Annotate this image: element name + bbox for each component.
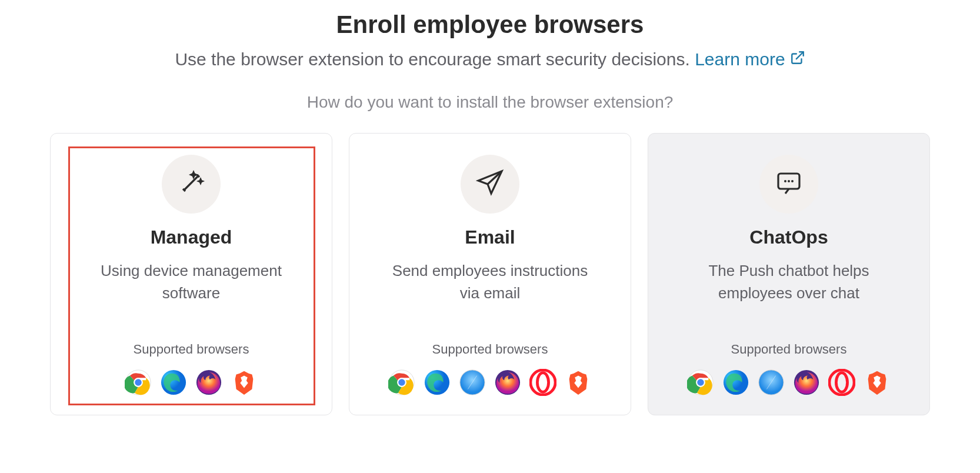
edge-icon <box>160 369 187 396</box>
card-description: Send employees instructions via email <box>384 260 596 304</box>
learn-more-link[interactable]: Learn more <box>695 49 805 69</box>
install-question: How do you want to install the browser e… <box>0 93 980 112</box>
opera-icon <box>828 369 855 396</box>
magic-wand-icon <box>177 169 205 199</box>
safari-icon <box>459 369 486 396</box>
firefox-icon <box>793 369 820 396</box>
brave-icon <box>231 369 258 396</box>
svg-point-16 <box>791 180 794 182</box>
install-options: Managed Using device management software… <box>0 133 980 415</box>
card-description: Using device management software <box>85 260 297 304</box>
browser-icons-row <box>687 369 891 396</box>
chat-bubble-icon <box>775 169 803 199</box>
card-icon-circle <box>759 155 818 214</box>
page-subtitle: Use the browser extension to encourage s… <box>175 49 689 69</box>
brave-icon <box>864 369 891 396</box>
svg-point-24 <box>836 373 847 392</box>
card-title: Managed <box>151 226 232 248</box>
card-icon-circle <box>162 155 221 214</box>
svg-point-14 <box>784 180 786 182</box>
svg-point-12 <box>537 373 548 392</box>
option-card-email[interactable]: Email Send employees instructions via em… <box>349 133 631 415</box>
paper-plane-icon <box>476 169 504 199</box>
page-title: Enroll employee browsers <box>0 11 980 39</box>
supported-browsers-label: Supported browsers <box>134 342 249 357</box>
supported-browsers-label: Supported browsers <box>731 342 847 357</box>
firefox-icon <box>195 369 222 396</box>
brave-icon <box>565 369 592 396</box>
option-card-managed[interactable]: Managed Using device management software… <box>50 133 332 415</box>
card-title: ChatOps <box>749 226 828 248</box>
edge-icon <box>722 369 749 396</box>
browser-icons-row <box>125 369 258 396</box>
safari-icon <box>758 369 785 396</box>
opera-icon <box>529 369 556 396</box>
external-link-icon <box>790 49 805 69</box>
page-subtitle-row: Use the browser extension to encourage s… <box>0 49 980 69</box>
chrome-icon <box>388 369 415 396</box>
card-icon-circle <box>461 155 519 214</box>
option-card-chatops[interactable]: ChatOps The Push chatbot helps employees… <box>648 133 930 415</box>
supported-browsers-label: Supported browsers <box>432 342 548 357</box>
svg-point-15 <box>788 180 790 182</box>
chrome-icon <box>687 369 714 396</box>
card-description: The Push chatbot helps employees over ch… <box>683 260 895 304</box>
chrome-icon <box>125 369 152 396</box>
firefox-icon <box>494 369 521 396</box>
browser-icons-row <box>388 369 592 396</box>
edge-icon <box>424 369 451 396</box>
card-title: Email <box>465 226 515 248</box>
learn-more-label: Learn more <box>695 49 785 69</box>
